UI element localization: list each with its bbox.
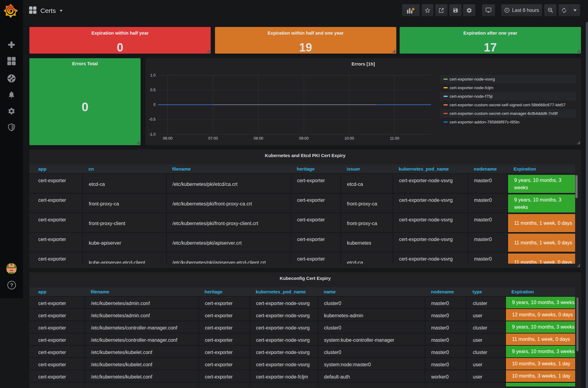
svg-text:0: 0 — [153, 103, 156, 107]
svg-text:cert-exporter-custom-secret-ce: cert-exporter-custom-secret-cert-manager… — [450, 111, 558, 116]
svg-text:-1.0: -1.0 — [149, 132, 156, 137]
svg-text:06:00: 06:00 — [163, 136, 172, 141]
svg-text:cert-exporter-node-f75jl: cert-exporter-node-f75jl — [450, 94, 492, 99]
svg-text:10:00: 10:00 — [345, 136, 354, 141]
svg-text:11:00: 11:00 — [390, 136, 399, 141]
svg-text:08:00: 08:00 — [254, 136, 263, 141]
svg-text:cert-exporter-custom-secret-se: cert-exporter-custom-secret-self-signed-… — [450, 103, 566, 107]
svg-text:0.5: 0.5 — [150, 88, 156, 92]
svg-text:cert-exporter-node-vsvrg: cert-exporter-node-vsvrg — [450, 77, 495, 81]
svg-text:?: ? — [10, 282, 13, 288]
svg-text:07:00: 07:00 — [208, 136, 218, 141]
svg-text:cert-exporter-node-fcljm: cert-exporter-node-fcljm — [450, 85, 493, 90]
svg-text:-0.5: -0.5 — [149, 117, 156, 122]
svg-text:09:00: 09:00 — [299, 136, 308, 141]
svg-text:cert-exporter-addon-785888f97c: cert-exporter-addon-785888f97c-t95tn — [450, 120, 519, 124]
svg-text:1.0: 1.0 — [150, 73, 156, 77]
